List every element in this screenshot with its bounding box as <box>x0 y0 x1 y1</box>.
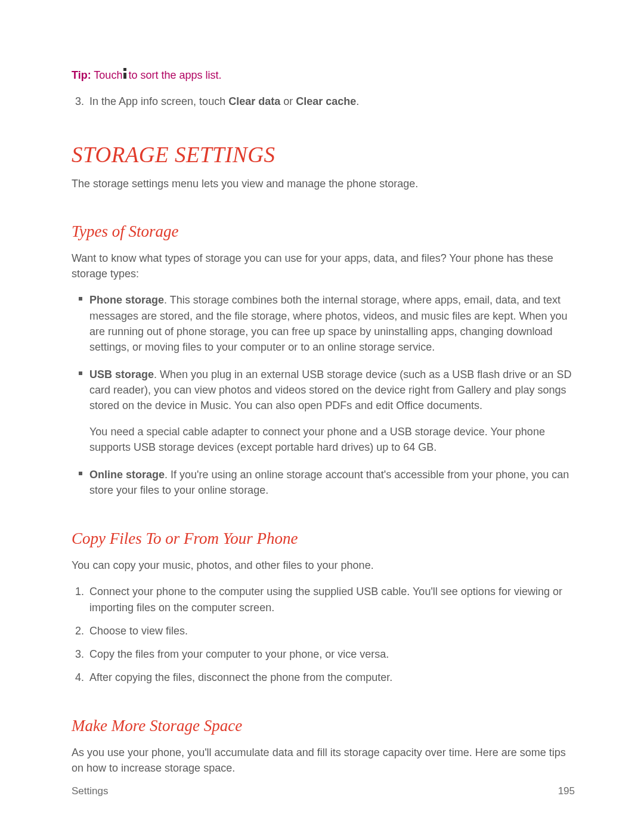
step-text-post: . <box>356 95 359 107</box>
footer-page-number: 195 <box>558 785 575 797</box>
heading-storage-settings: STORAGE SETTINGS <box>72 142 575 168</box>
step-text-pre: In the App info screen, touch <box>89 95 228 107</box>
heading-types-of-storage: Types of Storage <box>72 222 575 241</box>
clear-data-label: Clear data <box>228 95 280 107</box>
tip-label: Tip: <box>72 69 91 81</box>
step-text: After copying the files, disconnect the … <box>89 671 392 683</box>
footer-section: Settings <box>72 785 108 797</box>
list-item: Online storage. If you're using an onlin… <box>72 467 575 498</box>
step-3: 3. In the App info screen, touch Clear d… <box>72 94 575 110</box>
list-item: 1. Connect your phone to the computer us… <box>72 584 575 616</box>
phone-storage-label: Phone storage <box>89 294 164 306</box>
step-number: 2. <box>75 623 84 639</box>
list-item: 4. After copying the files, disconnect t… <box>72 670 575 686</box>
step-number: 3. <box>75 646 84 662</box>
step-text-mid: or <box>280 95 296 107</box>
tip-after: to sort the apps list. <box>128 69 221 81</box>
usb-storage-text: . When you plug in an external USB stora… <box>89 368 571 411</box>
heading-copy-files: Copy Files To or From Your Phone <box>72 529 575 548</box>
usb-storage-label: USB storage <box>89 368 154 380</box>
step-text: Copy the files from your computer to you… <box>89 648 389 660</box>
step-number: 4. <box>75 670 84 686</box>
list-item: USB storage. When you plug in an externa… <box>72 367 575 455</box>
step-text: Choose to view files. <box>89 625 188 637</box>
list-item: 3. Copy the files from your computer to … <box>72 646 575 662</box>
storage-types-list: Phone storage. This storage combines bot… <box>72 292 575 498</box>
more-intro: As you use your phone, you'll accumulate… <box>72 745 575 776</box>
document-page: Tip: Touchto sort the apps list. 3. In t… <box>0 0 644 816</box>
clear-cache-label: Clear cache <box>296 95 356 107</box>
list-item: 2. Choose to view files. <box>72 623 575 639</box>
sort-icon <box>123 68 127 79</box>
copy-steps-list: 1. Connect your phone to the computer us… <box>72 584 575 686</box>
usb-storage-para2: You need a special cable adapter to conn… <box>89 424 575 455</box>
step-number: 3. <box>75 94 84 110</box>
storage-intro: The storage settings menu lets you view … <box>72 176 575 191</box>
copy-intro: You can copy your music, photos, and oth… <box>72 558 575 573</box>
list-item: Phone storage. This storage combines bot… <box>72 292 575 354</box>
step-number: 1. <box>75 584 84 600</box>
tip-before: Touch <box>94 69 122 81</box>
online-storage-label: Online storage <box>89 469 165 481</box>
tip-line: Tip: Touchto sort the apps list. <box>72 68 575 83</box>
step-text: Connect your phone to the computer using… <box>89 586 562 614</box>
page-footer: Settings 195 <box>72 785 575 797</box>
heading-make-more-space: Make More Storage Space <box>72 717 575 735</box>
types-intro: Want to know what types of storage you c… <box>72 250 575 281</box>
